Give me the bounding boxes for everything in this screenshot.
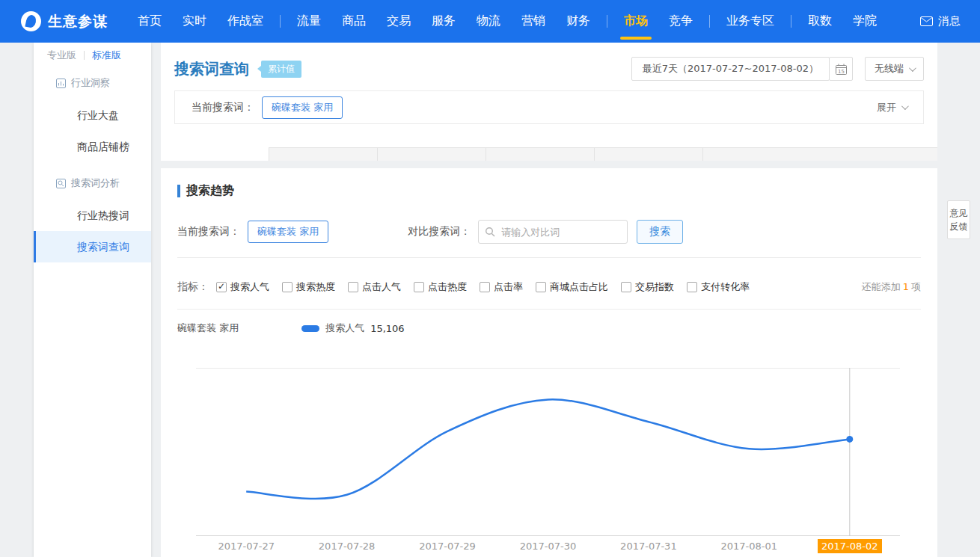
remaining-metrics-hint: 还能添加1项: [862, 280, 921, 294]
tab[interactable]: [486, 147, 595, 161]
sidebar-item-industry-hot-words[interactable]: 行业热搜词: [34, 200, 151, 231]
nav-item-trade[interactable]: 交易: [376, 0, 421, 43]
compare-search-row: 当前搜索词： 碗碟套装 家用 对比搜索词： 搜索: [161, 220, 937, 244]
checkbox-icon[interactable]: [348, 282, 358, 292]
cumulative-badge: 累计值: [261, 61, 301, 78]
chart-legend: 碗碟套装 家用 搜索人气 15,106: [161, 320, 937, 336]
nav-divider: [791, 15, 791, 28]
checkbox-icon[interactable]: [536, 282, 546, 292]
checkbox-icon[interactable]: [282, 282, 293, 292]
search-button[interactable]: 搜索: [637, 220, 683, 244]
chevron-down-icon: [901, 102, 909, 110]
metric-click-heat[interactable]: 点击热度: [414, 280, 467, 294]
compare-input-wrap: [478, 220, 628, 244]
date-range-button[interactable]: 最近7天（2017-07-27~2017-08-02）: [631, 57, 830, 81]
checkbox-icon[interactable]: [414, 282, 424, 292]
tab[interactable]: [595, 147, 703, 161]
current-term-chip[interactable]: 碗碟套装 家用: [262, 96, 343, 119]
metric-label: 搜索人气: [230, 280, 269, 294]
message-button[interactable]: 消息: [920, 14, 961, 28]
metric-click-rate[interactable]: 点击率: [480, 280, 523, 294]
nav-item-marketing[interactable]: 营销: [511, 0, 556, 43]
tab[interactable]: [378, 147, 486, 161]
nav-item-service[interactable]: 服务: [421, 0, 466, 43]
metric-search-popularity[interactable]: 搜索人气: [216, 280, 269, 294]
x-axis-label: 2017-07-28: [296, 541, 396, 552]
search-trend-chart: 2017-07-27 2017-07-28 2017-07-29 2017-07…: [196, 368, 900, 552]
checkbox-icon[interactable]: [480, 282, 490, 292]
nav-item-home[interactable]: 首页: [127, 0, 172, 43]
nav-item-business-zone[interactable]: 业务专区: [716, 0, 785, 43]
tab[interactable]: [161, 147, 269, 161]
metric-click-popularity[interactable]: 点击人气: [348, 280, 401, 294]
search-trend-panel: 搜索趋势 当前搜索词： 碗碟套装 家用 对比搜索词： 搜索 指标： 搜索人气 搜…: [161, 168, 937, 557]
x-axis-label: 2017-07-31: [598, 541, 699, 552]
sidebar-item-search-word-query[interactable]: 搜索词查询: [34, 231, 151, 262]
version-tab-divider: [84, 51, 85, 60]
checkbox-icon[interactable]: [216, 282, 227, 292]
tab-strip: [161, 147, 937, 161]
metric-search-heat[interactable]: 搜索热度: [282, 280, 335, 294]
search-icon: [485, 227, 495, 237]
nav-item-goods[interactable]: 商品: [331, 0, 376, 43]
calendar-icon: 15: [836, 64, 847, 75]
metric-label: 点击热度: [428, 280, 467, 294]
chevron-down-icon: [909, 64, 916, 72]
nav-item-logistics[interactable]: 物流: [466, 0, 511, 43]
metric-trade-index[interactable]: 交易指数: [621, 280, 674, 294]
sidebar-section-label: 行业洞察: [71, 76, 110, 90]
nav-menu: 首页 实时 作战室 流量 商品 交易 服务 物流 营销 财务 市场 竞争 业务专…: [127, 0, 887, 43]
nav-item-academy[interactable]: 学院: [842, 0, 887, 43]
top-navigation: 生意参谋 首页 实时 作战室 流量 商品 交易 服务 物流 营销 财务 市场 竞…: [0, 0, 980, 43]
calendar-picker-button[interactable]: 15: [829, 57, 853, 81]
sidebar-item-industry-overview[interactable]: 行业大盘: [34, 99, 151, 131]
nav-divider: [709, 15, 710, 28]
sidebar-item-product-shop-ranking[interactable]: 商品店铺榜: [34, 131, 151, 162]
nav-item-traffic[interactable]: 流量: [287, 0, 331, 43]
compare-search-input[interactable]: [478, 220, 628, 244]
expand-label: 展开: [877, 101, 896, 114]
nav-item-market[interactable]: 市场: [613, 0, 658, 43]
nav-item-competition[interactable]: 竞争: [658, 0, 703, 43]
sidebar-section-industry-insight[interactable]: 行业洞察: [34, 67, 151, 99]
sidebar-section-search-analysis[interactable]: 搜索词分析: [34, 167, 151, 200]
nav-item-finance[interactable]: 财务: [556, 0, 601, 43]
current-term-chip[interactable]: 碗碟套装 家用: [248, 221, 328, 243]
checkbox-icon[interactable]: [621, 282, 631, 292]
metric-label: 搜索热度: [296, 280, 335, 294]
compare-term-label: 对比搜索词：: [408, 225, 471, 239]
metric-label: 交易指数: [635, 280, 674, 294]
metric-mall-click-share[interactable]: 商城点击占比: [536, 280, 608, 294]
message-label: 消息: [938, 14, 961, 28]
x-axis-label: 2017-08-01: [699, 541, 799, 552]
metrics-row: 指标： 搜索人气 搜索热度 点击人气 点击热度 点击率 商城点击占比 交易指数: [161, 279, 937, 295]
section-title: 搜索趋势: [186, 183, 234, 199]
current-term-label: 当前搜索词：: [192, 101, 254, 114]
tab[interactable]: [269, 147, 378, 161]
version-tab-pro[interactable]: 专业版: [47, 49, 76, 62]
metric-payment-conversion[interactable]: 支付转化率: [687, 280, 750, 294]
date-range-label: 最近7天（2017-07-27~2017-08-02）: [643, 62, 818, 76]
terminal-select[interactable]: 无线端: [865, 57, 924, 81]
page-title-row: 搜索词查询 累计值 最近7天（2017-07-27~2017-08-02） 15…: [174, 56, 924, 81]
current-search-term-bar: 当前搜索词： 碗碟套装 家用 展开: [174, 90, 924, 124]
section-accent-bar: [177, 185, 180, 197]
nav-item-realtime[interactable]: 实时: [172, 0, 217, 43]
page-header-card: 搜索词查询 累计值 最近7天（2017-07-27~2017-08-02） 15…: [161, 43, 937, 147]
expand-button[interactable]: 展开: [877, 101, 907, 114]
version-tab-standard[interactable]: 标准版: [92, 49, 121, 62]
nav-item-data-extraction[interactable]: 取数: [797, 0, 842, 43]
terminal-select-value: 无线端: [875, 62, 904, 76]
nav-item-war-room[interactable]: 作战室: [217, 0, 274, 43]
brand[interactable]: 生意参谋: [21, 11, 108, 31]
legend-metric-value: 15,106: [370, 323, 405, 334]
industry-insight-icon: [56, 79, 66, 88]
x-axis-label: 2017-07-29: [397, 541, 497, 552]
page-title: 搜索词查询: [174, 59, 249, 79]
checkbox-icon[interactable]: [687, 282, 697, 292]
legend-term: 碗碟套装 家用: [177, 321, 239, 335]
brand-name: 生意参谋: [48, 12, 108, 31]
header-controls: 最近7天（2017-07-27~2017-08-02） 15 无线端: [631, 57, 924, 81]
remaining-count: 1: [903, 281, 909, 292]
feedback-button[interactable]: 意见反馈: [947, 200, 970, 239]
